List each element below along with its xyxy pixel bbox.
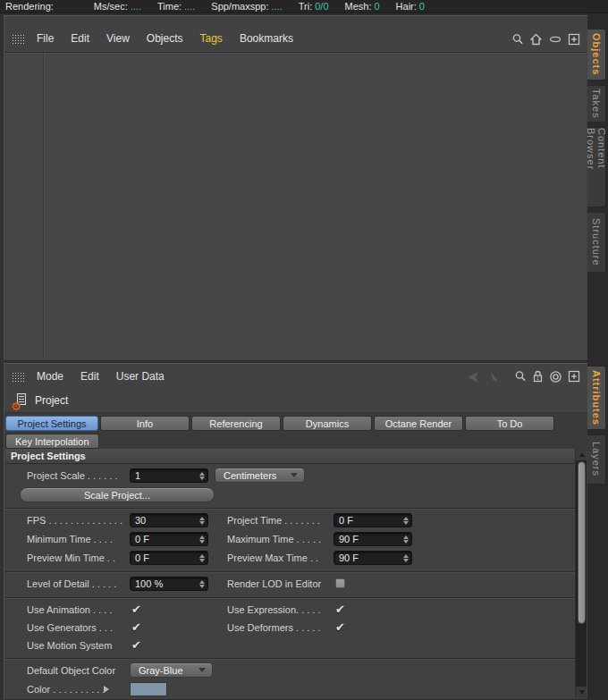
scale-project-button[interactable]: Scale Project... [20,487,215,502]
status-time: Time:.... [157,1,195,12]
tab-dynamics[interactable]: Dynamics [283,416,372,431]
menu-bookmarks[interactable]: Bookmarks [240,32,293,45]
lod-row: Level of Detail . . . . . 100 % Render L… [5,575,587,594]
default-object-color-dropdown[interactable]: Gray-Blue [130,662,213,678]
render-lod-checkbox[interactable] [335,578,345,588]
fps-row: FPS . . . . . . . . . . . . . . 30 Proje… [5,511,587,530]
preview-min-time-label: Preview Min Time . . [27,552,115,563]
attribute-object-title: Project [35,394,68,407]
stepper-icon[interactable] [199,554,205,562]
use-animation-label: Use Animation . . . . [27,604,112,615]
use-generators-checkbox[interactable]: ✔ [131,620,141,634]
preview-max-time-input[interactable]: 90 F [334,551,412,565]
object-tree-area [5,52,587,359]
side-tab-attributes[interactable]: Attributes [587,366,606,430]
side-tab-structure[interactable]: Structure [587,212,606,273]
stepper-icon[interactable] [199,517,205,525]
menu-edit[interactable]: Edit [80,370,99,383]
use-expression-checkbox[interactable]: ✔ [335,603,345,616]
side-tab-content-browser[interactable]: Content Browser [587,127,606,207]
tab-referencing[interactable]: Referencing [191,416,281,431]
menu-view[interactable]: View [106,32,130,45]
menu-mode[interactable]: Mode [37,370,63,383]
arrow-down-icon [579,690,585,695]
use-animation-checkbox[interactable]: ✔ [131,603,141,616]
project-scale-unit-dropdown[interactable]: Centimeters [215,468,305,483]
tab-octane-render[interactable]: Octane Render [374,416,463,431]
tab-project-settings[interactable]: Project Settings [5,416,98,431]
render-status-bar: Rendering: Ms/sec:.... Time:.... Spp/max… [0,0,608,13]
home-icon[interactable] [529,33,543,46]
menu-user-data[interactable]: User Data [116,370,165,383]
use-deformers-checkbox[interactable]: ✔ [335,620,345,634]
status-mesh: Mesh:0 [345,1,380,12]
default-object-color-label: Default Object Color [27,665,115,676]
color-row: Color . . . . . . . . . . [5,680,587,698]
use-expression-label: Use Expression. . . . . [227,604,321,615]
tab-info[interactable]: Info [100,416,190,431]
side-tab-objects[interactable]: Objects [587,29,606,80]
stepper-icon[interactable] [403,536,409,544]
menu-tags[interactable]: Tags [200,32,223,45]
gear-icon: ⚙ [11,401,21,412]
panel-grip-icon[interactable] [12,372,24,382]
preview-min-time-input[interactable]: 0 F [130,551,208,565]
arrow-up-icon [579,452,585,457]
cinema4d-window: Rendering: Ms/sec:.... Time:.... Spp/max… [0,0,608,700]
preview-time-row: Preview Min Time . . 0 F Preview Max Tim… [5,549,587,568]
search-icon[interactable] [514,370,527,383]
scroll-down-button[interactable] [576,687,587,698]
side-tab-layers[interactable]: Layers [587,434,606,485]
minimum-time-label: Minimum Time . . . . [27,534,113,544]
eye-icon[interactable] [548,33,562,46]
target-icon[interactable] [549,370,562,384]
status-ms-per-sec: Ms/sec:.... [94,1,141,12]
stepper-icon[interactable] [403,517,409,525]
group-project-scale: Project Scale . . . . . . 1 Centimeters … [5,464,587,508]
stepper-icon[interactable] [199,536,205,544]
min-max-time-row: Minimum Time . . . . 0 F Maximum Time . … [5,530,587,549]
lock-icon[interactable]: 1 [532,370,544,383]
stepper-icon[interactable] [199,580,205,588]
tab-key-interpolation[interactable]: Key Interpolation [5,434,99,449]
preview-max-time-label: Preview Max Time . . [227,552,318,563]
render-lod-label: Render LOD in Editor [227,578,321,589]
use-deformers-label: Use Deformers . . . . . [227,622,321,633]
chevron-down-icon [198,668,206,672]
menu-edit[interactable]: Edit [71,32,89,45]
use-generators-label: Use Generators . . . [27,622,113,633]
attributes-menubar: Mode Edit User Data 1 [4,364,587,389]
scroll-up-button[interactable] [576,449,587,460]
attributes-scrollbar[interactable] [575,449,587,698]
expand-arrow-icon[interactable] [104,686,109,693]
scrollbar-thumb[interactable] [578,461,586,624]
maximum-time-input[interactable]: 90 F [334,532,412,546]
minimum-time-input[interactable]: 0 F [130,532,208,546]
status-tri: Tri:0/0 [299,1,329,12]
color-swatch[interactable] [130,682,167,696]
svg-text:1: 1 [536,375,539,381]
use-animation-row: Use Animation . . . . ✔ Use Expression. … [5,601,587,619]
section-header-project-settings[interactable]: Project Settings [5,449,587,464]
use-motion-system-checkbox[interactable]: ✔ [131,638,141,652]
level-of-detail-label: Level of Detail . . . . . [27,578,116,589]
chevron-down-icon [291,473,298,477]
project-time-input[interactable]: 0 F [334,513,412,527]
level-of-detail-input[interactable]: 100 % [130,577,208,591]
add-panel-icon[interactable] [568,33,580,46]
stepper-icon[interactable] [403,554,409,562]
menu-objects[interactable]: Objects [147,32,183,45]
panel-grip-icon[interactable] [12,34,24,44]
side-tab-takes[interactable]: Takes [587,85,606,122]
menu-file[interactable]: File [37,32,54,45]
tab-to-do[interactable]: To Do [465,416,554,431]
use-generators-row: Use Generators . . . ✔ Use Deformers . .… [5,619,587,637]
add-panel-icon[interactable] [568,370,580,383]
attribute-object-header: ⚙ Project [4,389,587,412]
color-label: Color . . . . . . . . . . [27,684,105,695]
attribute-content: Project Settings Project Scale . . . . .… [5,449,587,698]
project-scale-input[interactable]: 1 [130,468,208,483]
stepper-icon[interactable] [199,472,205,480]
fps-input[interactable]: 30 [130,513,208,527]
search-icon[interactable] [511,33,524,46]
